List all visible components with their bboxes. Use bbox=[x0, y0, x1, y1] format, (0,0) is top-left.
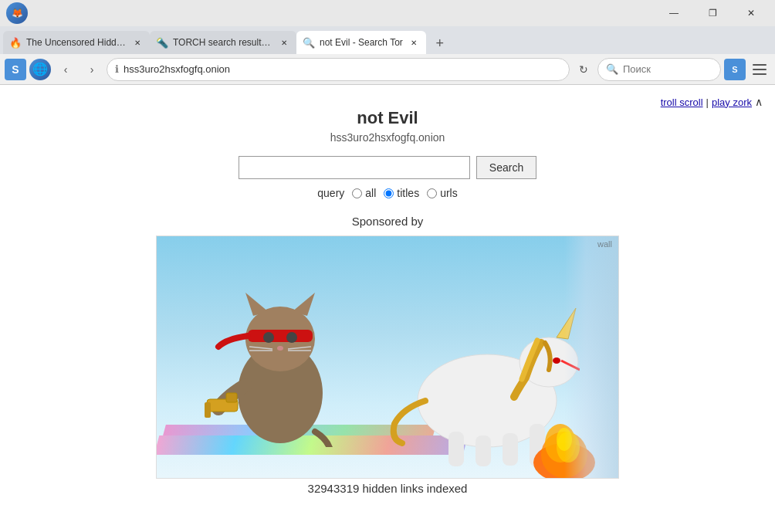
sponsored-label: Sponsored by bbox=[352, 215, 424, 228]
utility-bar: troll scroll | play zork ∧ bbox=[0, 93, 775, 108]
titles-label: titles bbox=[397, 187, 419, 199]
svg-marker-12 bbox=[292, 293, 315, 316]
tab-torch[interactable]: 🔦 TORCH search results for: ... ✕ bbox=[150, 31, 296, 54]
svg-rect-13 bbox=[248, 330, 313, 342]
tab-title-1: The Uncensored Hidden ... bbox=[26, 37, 127, 48]
ham-line-2 bbox=[753, 69, 767, 70]
browser-logo: 🌐 bbox=[29, 59, 51, 80]
new-tab-button[interactable]: + bbox=[429, 32, 451, 54]
urls-label: urls bbox=[440, 187, 458, 199]
titles-radio[interactable] bbox=[384, 188, 394, 198]
all-label: all bbox=[365, 187, 376, 199]
refresh-button[interactable]: ↻ bbox=[573, 59, 594, 80]
browser-icon: 🦊 bbox=[6, 2, 28, 24]
tab-favicon-3: 🔍 bbox=[303, 36, 315, 49]
sponsored-image: wall bbox=[156, 236, 619, 479]
search-form: Search bbox=[239, 156, 536, 179]
info-icon[interactable]: ℹ bbox=[115, 63, 119, 75]
close-button[interactable]: ✕ bbox=[733, 2, 769, 24]
search-button[interactable]: Search bbox=[476, 156, 536, 179]
urls-radio[interactable] bbox=[427, 188, 437, 198]
restore-button[interactable]: ❐ bbox=[695, 2, 730, 24]
tab-close-3[interactable]: ✕ bbox=[408, 36, 420, 49]
tabs-bar: 🔥 The Uncensored Hidden ... ✕ 🔦 TORCH se… bbox=[0, 26, 775, 54]
ham-line-1 bbox=[753, 64, 767, 66]
extension-icon[interactable]: S bbox=[724, 59, 746, 80]
window-controls: — ❐ ✕ bbox=[656, 2, 769, 24]
hamburger-menu[interactable] bbox=[749, 59, 770, 80]
forward-button[interactable]: › bbox=[80, 58, 103, 81]
browser-search-input[interactable] bbox=[623, 63, 700, 75]
browser-search-bar[interactable]: 🔍 bbox=[597, 58, 721, 81]
query-label: query bbox=[317, 187, 344, 199]
site-title: not Evil bbox=[357, 108, 418, 128]
troll-scroll-link[interactable]: troll scroll bbox=[661, 97, 703, 108]
site-domain: hss3uro2hsxfogfq.onion bbox=[330, 131, 445, 144]
scroll-up-icon[interactable]: ∧ bbox=[755, 96, 763, 108]
pixel-effect bbox=[564, 236, 618, 478]
nav-bar: S 🌐 ‹ › ℹ ↻ 🔍 S bbox=[0, 54, 775, 85]
tab-close-1[interactable]: ✕ bbox=[131, 36, 144, 49]
svg-marker-11 bbox=[245, 293, 269, 316]
tab-favicon-1: 🔥 bbox=[9, 36, 22, 49]
page-content: troll scroll | play zork ∧ not Evil hss3… bbox=[0, 85, 775, 532]
indexed-count: 32943319 hidden links indexed bbox=[308, 482, 468, 495]
ham-line-3 bbox=[753, 73, 767, 75]
address-bar[interactable]: ℹ bbox=[107, 58, 570, 81]
svg-rect-5 bbox=[448, 432, 464, 466]
tab-title-2: TORCH search results for: ... bbox=[173, 37, 273, 48]
svg-point-16 bbox=[277, 346, 283, 351]
all-option[interactable]: all bbox=[352, 187, 376, 199]
tab-close-2[interactable]: ✕ bbox=[278, 36, 290, 49]
svg-rect-23 bbox=[205, 402, 211, 418]
address-input[interactable] bbox=[124, 63, 561, 75]
tab-notevil[interactable]: 🔍 not Evil - Search Tor ✕ bbox=[296, 31, 426, 54]
svg-point-3 bbox=[553, 357, 560, 364]
urls-option[interactable]: urls bbox=[427, 187, 458, 199]
svg-rect-7 bbox=[503, 433, 518, 466]
svg-rect-6 bbox=[475, 435, 491, 466]
back-button[interactable]: ‹ bbox=[54, 58, 77, 81]
svg-point-15 bbox=[286, 332, 297, 343]
tab-uncensored[interactable]: 🔥 The Uncensored Hidden ... ✕ bbox=[3, 31, 150, 54]
minimize-button[interactable]: — bbox=[656, 2, 692, 24]
watermark: wall bbox=[597, 239, 612, 249]
title-bar: 🦊 — ❐ ✕ bbox=[0, 0, 775, 26]
tab-title-3: not Evil - Search Tor bbox=[320, 37, 403, 48]
tab-favicon-2: 🔦 bbox=[156, 36, 168, 49]
svg-point-14 bbox=[263, 332, 274, 343]
svg-rect-22 bbox=[226, 393, 237, 402]
play-zork-link[interactable]: play zork bbox=[712, 97, 752, 108]
search-icon: 🔍 bbox=[606, 63, 618, 75]
search-input[interactable] bbox=[239, 156, 470, 179]
all-radio[interactable] bbox=[352, 188, 362, 198]
utility-separator: | bbox=[706, 97, 709, 108]
search-options: query all titles urls bbox=[317, 187, 457, 199]
titles-option[interactable]: titles bbox=[384, 187, 419, 199]
cat-svg bbox=[203, 277, 357, 447]
speed-dial-icon[interactable]: S bbox=[5, 59, 26, 80]
